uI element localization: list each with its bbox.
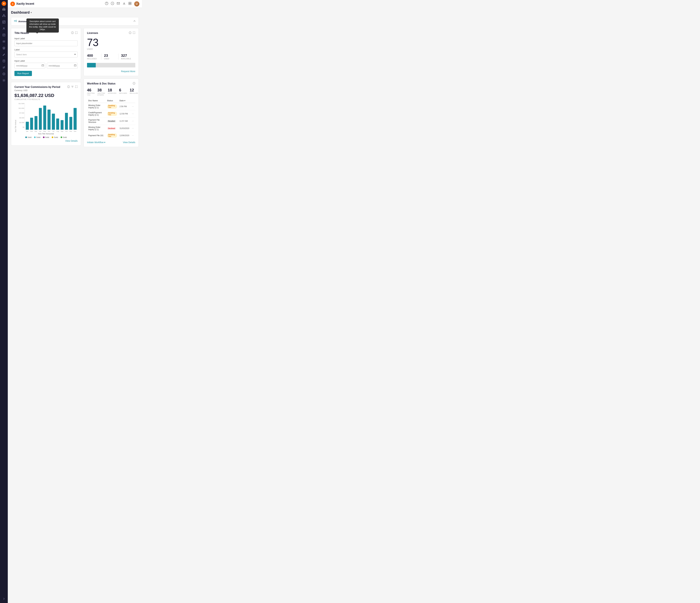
workflow-stat-num: 38 <box>97 88 105 92</box>
input-label-2: Input Label <box>15 59 78 62</box>
input-label-1: Input Label <box>15 37 78 40</box>
sidebar-item-settings[interactable] <box>1 77 7 83</box>
chart-legend: SolidSolidSolidSolidSolid <box>15 136 78 138</box>
legend-item: Solid <box>60 136 67 138</box>
x-label: Nov <box>69 130 73 132</box>
table-cell-more[interactable]: ··· <box>131 110 135 117</box>
input-field-1[interactable] <box>15 40 78 46</box>
licenses-used-count: 73 <box>87 37 135 48</box>
sidebar-item-edit[interactable] <box>1 52 7 57</box>
page-title-chevron[interactable]: ▾ <box>31 11 32 14</box>
mail-icon[interactable] <box>117 2 120 6</box>
sidebar-item-list[interactable] <box>1 39 7 44</box>
y-label-2: $7.50M <box>17 112 24 114</box>
table-cell-more[interactable]: ··· <box>131 132 135 139</box>
info-icon[interactable] <box>71 31 74 35</box>
legend-dot <box>60 137 62 138</box>
chart-bar-wrap <box>34 103 38 130</box>
licenses-info-icon[interactable] <box>129 31 131 35</box>
commission-filter-icon[interactable] <box>71 86 74 89</box>
workflow-stats: 46AWAITING YOU38AWAITING OTHERS18APPROVE… <box>87 88 135 96</box>
sidebar-item-home[interactable] <box>1 6 7 12</box>
svg-point-6 <box>3 28 4 28</box>
svg-point-12 <box>4 80 4 81</box>
date-input-2[interactable] <box>47 63 78 69</box>
commission-card-icons <box>67 86 78 89</box>
workflow-view-details[interactable]: View Details <box>123 141 135 144</box>
expand-icon[interactable] <box>75 31 78 35</box>
table-cell-date: 2:56 PM <box>118 103 131 110</box>
licenses-expand-icon[interactable] <box>133 31 135 35</box>
initiate-workflow-btn[interactable]: Initiate Workflow ▾ <box>87 141 105 144</box>
col-status: Status <box>106 99 118 103</box>
collapse-icon[interactable] <box>133 20 136 23</box>
col-actions <box>131 99 135 103</box>
table-cell-more[interactable]: ··· <box>131 125 135 132</box>
x-label: Jan <box>25 130 29 132</box>
workflow-stat: 12RECALLED <box>130 88 138 96</box>
chart-bar <box>39 108 42 130</box>
col-date[interactable]: Date ▾ <box>118 99 131 103</box>
table-cell-more[interactable]: ··· <box>131 117 135 125</box>
legend-dot <box>52 137 53 138</box>
request-more-link[interactable]: Request More <box>87 70 135 73</box>
chart-bar <box>30 118 33 130</box>
chart-bar <box>69 117 72 130</box>
svg-rect-8 <box>3 60 5 62</box>
licenses-card-header: Licenses <box>87 31 135 35</box>
sidebar-item-layers[interactable] <box>1 45 7 51</box>
sidebar-item-people[interactable] <box>1 26 7 31</box>
chart-bar-wrap <box>25 103 29 130</box>
y-label-0: $12.50M <box>17 103 24 104</box>
sidebar-expand-btn[interactable] <box>1 596 7 602</box>
table-cell-more[interactable]: ··· <box>131 103 135 110</box>
table-row: Missing Order Inquiry (2.1)Declined31/03… <box>87 125 135 132</box>
table-cell-doc: Payment File Structure <box>87 117 106 125</box>
chart-bar <box>60 120 64 130</box>
status-badge: Declined <box>107 127 116 130</box>
grid-icon[interactable] <box>128 2 131 6</box>
brand-name: X Xactly Incent <box>10 2 34 6</box>
chart-bar-wrap <box>30 103 33 130</box>
sidebar-item-org[interactable] <box>1 13 7 19</box>
title-header-card: Title Header <box>11 28 81 79</box>
workflow-stat-num: 12 <box>130 88 138 92</box>
table-cell-doc: Payment File 101 <box>87 132 106 139</box>
svg-point-9 <box>4 61 4 61</box>
date-input-1[interactable] <box>15 63 45 69</box>
commission-info-icon[interactable] <box>67 86 70 89</box>
input-label-1-group: Input Label <box>15 37 78 46</box>
workflow-stat-label: DECLINED <box>119 92 127 94</box>
commission-card-title: Current Year Commissions by Period <box>15 86 60 89</box>
sidebar-item-reports[interactable] <box>1 32 7 38</box>
svg-point-16 <box>106 4 107 4</box>
download-icon[interactable] <box>123 2 126 6</box>
chart-bar <box>52 114 55 130</box>
sidebar-item-table[interactable] <box>1 19 7 25</box>
svg-rect-2 <box>4 14 4 15</box>
legend-label: Solid <box>36 136 40 138</box>
workflow-card: Workflow & Doc Status 46AWAITING YOU38AW… <box>83 79 139 147</box>
history-icon[interactable] <box>111 2 114 6</box>
chart-bar-wrap <box>73 103 77 130</box>
help-icon[interactable] <box>105 2 108 6</box>
workflow-card-header: Workflow & Doc Status <box>87 82 135 85</box>
x-axis-title: Axis Title Horizontal <box>15 133 78 135</box>
run-report-button[interactable]: Run Report <box>15 71 32 76</box>
sidebar-item-badge[interactable] <box>1 58 7 64</box>
select-field[interactable]: Select Item <box>15 52 78 57</box>
commission-view-details[interactable]: View Details <box>15 140 78 142</box>
sidebar-item-manage[interactable] <box>1 71 7 77</box>
status-badge: Awaiting You <box>107 134 117 138</box>
table-cell-doc: Missing Order Inquiry (2.1) <box>87 125 106 132</box>
workflow-info-icon[interactable] <box>133 82 135 85</box>
commission-expand-icon[interactable] <box>75 86 78 89</box>
license-bar <box>87 63 135 68</box>
select-label: Label <box>15 48 78 51</box>
licenses-used-label: USED <box>87 48 135 50</box>
licenses-card-title: Licenses <box>87 32 98 34</box>
avatar[interactable]: U <box>134 1 139 6</box>
sidebar-item-transfer[interactable] <box>1 65 7 70</box>
license-stat-included: 400 INCLUDED <box>87 53 101 59</box>
workflow-card-title: Workflow & Doc Status <box>87 82 116 85</box>
